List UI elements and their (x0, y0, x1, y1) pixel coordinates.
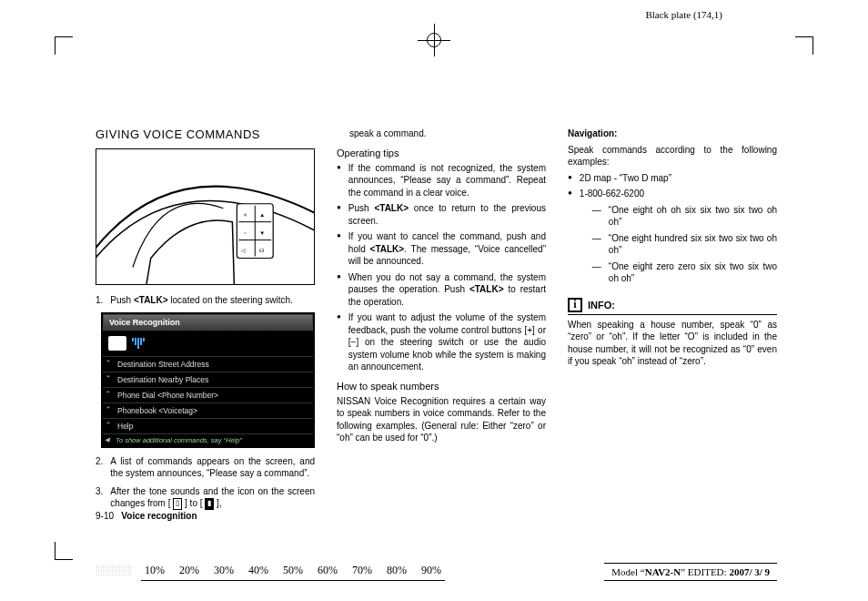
talk-key-label: <TALK> (370, 244, 405, 254)
plate-label: Black plate (174,1) (645, 9, 722, 20)
pct: 80% (387, 564, 407, 579)
svg-text:－: － (242, 229, 248, 236)
crop-mark-bl-icon (55, 542, 73, 560)
steering-wheel-illustration: ＋ ▲ － ▼ ◁ ☊ (96, 148, 315, 285)
svg-text:▼: ▼ (259, 230, 265, 236)
pct: 40% (248, 564, 268, 579)
nav-example-list: 2D map - “Two D map” 1-800-662-6200 “One… (568, 172, 777, 290)
paragraph: Speak commands according to the followin… (568, 144, 777, 168)
tip-text: Push (348, 203, 375, 213)
svg-text:＋: ＋ (242, 211, 248, 218)
talk-bubble-icon (108, 336, 126, 351)
tip-item: If you want to cancel the command, push … (337, 230, 546, 268)
vr-item: Destination Street Address (103, 356, 313, 372)
step-text: A list of commands appears on the screen… (110, 455, 315, 480)
nav-sub-item: “One eight oh oh six six two six two oh … (592, 204, 777, 229)
tip-text: If you want to adjust the volume of the … (348, 311, 546, 373)
nav-text: 1-800-662-6200 (580, 188, 644, 199)
model-date: 2007/ 3/ 9 (729, 566, 770, 577)
step-number: 2. (96, 455, 103, 480)
voice-recognition-screenshot: Voice Recognition Destination Street Add… (101, 312, 315, 448)
nav-item: 1-800-662-6200 “One eight oh oh six six … (568, 188, 777, 290)
model-mid: ” EDITED: (681, 566, 729, 577)
nav-sub-item: “One eight zero zero six six two six two… (592, 260, 777, 285)
talk-active-icon: ▮ (205, 498, 214, 510)
section-heading: GIVING VOICE COMMANDS (96, 127, 315, 141)
vr-footer-hint: To show additional commands, say “Help” (103, 433, 313, 446)
pct: 20% (179, 564, 199, 579)
model-name: NAV2-N (645, 566, 681, 577)
step-text: located on the steering switch. (168, 295, 293, 305)
column-3: Navigation: Speak commands according to … (568, 127, 777, 515)
svg-text:▲: ▲ (259, 212, 265, 218)
percent-scale: 10% 20% 30% 40% 50% 60% 70% 80% 90% (141, 564, 445, 581)
navigation-label: Navigation: (568, 128, 617, 138)
nav-sub-text: “One eight oh oh six six two six two oh … (609, 204, 777, 229)
vr-item: Phone Dial <Phone Number> (103, 387, 313, 402)
paragraph: NISSAN Voice Recognition requires a cert… (337, 395, 546, 444)
vr-screen-title: Voice Recognition (103, 314, 313, 331)
instruction-list-cont: 2. A list of commands appears on the scr… (96, 455, 315, 510)
svg-text:◁: ◁ (241, 248, 246, 253)
page-number: 9-10 (96, 511, 114, 521)
sound-wave-icon (132, 338, 145, 349)
print-calibration-bar: 10% 20% 30% 40% 50% 60% 70% 80% 90% Mode… (96, 559, 777, 581)
content-columns: GIVING VOICE COMMANDS ＋ ▲ － ▼ ◁ ☊ (96, 127, 777, 515)
vr-item: Help (103, 418, 313, 433)
step-number: 1. (96, 294, 103, 307)
vr-icon-row (103, 331, 313, 356)
pct: 50% (283, 564, 303, 579)
pct: 70% (352, 564, 372, 579)
subheading-operating-tips: Operating tips (337, 148, 546, 158)
talk-key-label: <TALK> (469, 284, 504, 294)
nav-sub-item: “One eight hundred six six two six two o… (592, 232, 777, 257)
pct: 60% (318, 564, 338, 579)
tip-item: If the command is not recognized, the sy… (337, 162, 546, 199)
talk-key-label: <TALK> (134, 295, 168, 305)
pct: 90% (421, 564, 441, 579)
instruction-list: 1. Push <TALK> located on the steering s… (96, 294, 315, 307)
crop-mark-tl-icon (55, 36, 73, 55)
pct: 10% (145, 564, 165, 579)
info-heading: i INFO: (568, 298, 777, 315)
column-1: GIVING VOICE COMMANDS ＋ ▲ － ▼ ◁ ☊ (96, 127, 315, 515)
nav-text: 2D map - “Two D map” (580, 172, 777, 185)
registration-mark-icon (418, 24, 450, 56)
doc-icon: ▯ (173, 498, 182, 510)
steering-svg-icon: ＋ ▲ － ▼ ◁ ☊ (96, 149, 314, 285)
nav-sub-text: “One eight zero zero six six two six two… (609, 260, 777, 285)
crop-mark-tr-icon (795, 36, 813, 55)
lead-line: speak a command. (337, 127, 546, 140)
tip-text: If the command is not recognized, the sy… (348, 162, 546, 199)
nav-sub-text: “One eight hundred six six two six two o… (609, 232, 777, 257)
dither-swatch-icon (96, 565, 132, 576)
info-label: INFO: (588, 300, 615, 311)
pct: 30% (214, 564, 234, 579)
vr-item: Destination Nearby Places (103, 372, 313, 387)
step-3: 3. After the tone sounds and the icon on… (96, 485, 315, 510)
tip-item: If you want to adjust the volume of the … (337, 311, 546, 373)
vr-command-list: Destination Street Address Destination N… (103, 356, 313, 433)
nav-sub-list: “One eight oh oh six six two six two oh … (592, 204, 777, 285)
tips-list: If the command is not recognized, the sy… (337, 162, 546, 373)
nav-item: 2D map - “Two D map” (568, 172, 777, 185)
step-number: 3. (96, 485, 103, 510)
page-footer: 9-10 Voice recognition (96, 511, 197, 521)
step-text: Push (110, 295, 134, 305)
step-2: 2. A list of commands appears on the scr… (96, 455, 315, 480)
step-1: 1. Push <TALK> located on the steering s… (96, 294, 315, 307)
info-text: When speaking a house number, speak “0” … (568, 319, 777, 368)
svg-text:☊: ☊ (259, 248, 264, 253)
talk-key-label: <TALK> (374, 203, 409, 213)
model-pre: Model “ (611, 566, 644, 577)
model-edit-stamp: Model “NAV2-N” EDITED: 2007/ 3/ 9 (604, 563, 777, 581)
vr-item: Phonebook <Voicetag> (103, 402, 313, 418)
column-2: speak a command. Operating tips If the c… (337, 127, 546, 515)
tip-item: When you do not say a command, the syste… (337, 271, 546, 309)
tip-item: Push <TALK> once to return to the previo… (337, 202, 546, 227)
info-box: i INFO: When speaking a house number, sp… (568, 298, 777, 368)
info-icon: i (568, 298, 582, 312)
page-section-label: Voice recognition (121, 511, 197, 521)
step-text: After the tone sounds and the icon on th… (110, 486, 315, 509)
subheading-speak-numbers: How to speak numbers (337, 381, 546, 392)
